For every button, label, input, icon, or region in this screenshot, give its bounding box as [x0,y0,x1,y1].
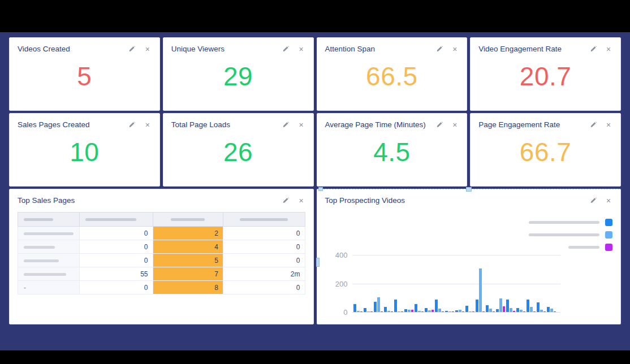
close-icon[interactable]: × [144,45,152,53]
edit-pencil-icon[interactable] [589,121,597,129]
panel-top-prospecting-videos: Top Prospecting Videos × [317,189,622,324]
bar-group [404,309,413,313]
bar [489,309,492,312]
legend-label-redacted [529,221,599,224]
bar [408,310,411,313]
close-icon[interactable]: × [451,45,459,53]
bar [360,311,363,312]
metric-value: 10 [18,129,152,179]
row-label-redacted [18,240,80,254]
bar [364,308,366,312]
metric-card-sales-pages-created: Sales Pages Created × 10 [9,113,160,187]
metric-value: 4.5 [325,129,459,179]
metric-value: 20.7 [478,54,612,103]
bar [493,311,495,312]
bar-group [547,307,556,312]
table-row: - 0 8 0 [18,281,305,294]
bar [401,311,403,312]
bar [377,297,380,312]
card-title: Total Page Loads [171,120,230,129]
edit-pencil-icon[interactable] [282,197,290,205]
bar-group [415,304,424,312]
legend-label-redacted [529,233,599,236]
bar-group [374,297,383,312]
bar [431,310,434,313]
bar-plot [353,253,562,312]
bar [462,311,464,312]
table-cell-highlighted: 5 [153,254,223,267]
dashboard-grid: Videos Created × 5 Unique Viewers × 29 A… [9,37,621,324]
metric-card-unique-viewers: Unique Viewers × 29 [163,37,314,111]
metric-card-page-engagement-rate: Page Engagement Rate × 66.7 [470,113,621,187]
close-icon[interactable]: × [297,121,305,129]
legend-swatch-magenta [605,244,612,251]
bar-group [394,300,403,313]
edit-pencil-icon[interactable] [435,121,443,129]
close-icon[interactable]: × [605,45,612,53]
card-title: Page Engagement Rate [478,120,560,129]
metric-card-attention-span: Attention Span × 66.5 [317,37,468,111]
edit-pencil-icon[interactable] [128,121,136,129]
metric-card-average-page-time: Average Page Time (Minutes) × 4.5 [317,113,468,187]
card-title: Average Page Time (Minutes) [325,120,426,129]
bar [472,311,474,312]
close-icon[interactable]: × [605,121,612,129]
table-cell-highlighted: 8 [153,281,223,294]
bar [523,311,525,312]
edit-pencil-icon[interactable] [589,197,597,205]
bar [482,311,485,313]
panel-title: Top Prospecting Videos [325,196,405,205]
bar [381,311,383,312]
table-cell-highlighted: 4 [153,240,223,254]
resize-handle-left[interactable] [316,258,320,267]
row-label: - [18,281,80,294]
bar [387,311,390,312]
bar [452,311,454,312]
legend-label-redacted [568,246,599,249]
bar [428,310,431,312]
bar [496,309,499,312]
edit-pencil-icon[interactable] [435,45,443,53]
bar-group [364,308,373,312]
close-icon[interactable]: × [297,197,305,205]
close-icon[interactable]: × [605,197,612,205]
close-icon[interactable]: × [451,121,459,129]
y-tick-label: 400 [323,251,348,259]
resize-handle-top-center[interactable] [466,187,472,192]
table-cell: 0 [223,240,305,254]
edit-pencil-icon[interactable] [128,45,136,53]
dashboard-canvas: Videos Created × 5 Unique Viewers × 29 A… [0,32,630,350]
card-title: Unique Viewers [171,45,225,54]
bar [442,311,444,312]
sales-pages-table: 0 2 0 0 4 0 0 5 0 [18,212,305,294]
bar-group [353,304,363,312]
bar [438,309,441,312]
row-label-redacted [18,267,80,281]
bar-group [425,308,434,312]
card-title: Attention Span [325,45,376,54]
row-label-redacted [18,227,80,240]
table-cell: 0 [80,254,153,267]
bar [476,300,478,313]
edit-pencil-icon[interactable] [282,121,290,129]
close-icon[interactable]: × [144,121,152,129]
table-cell-highlighted: 2 [153,227,223,240]
bar [550,309,553,312]
bar [486,305,489,312]
bar [543,311,546,312]
bar [370,311,373,312]
close-icon[interactable]: × [297,45,305,53]
bar-group [455,310,464,313]
bar [540,310,543,313]
bar [411,310,413,312]
table-header-row [18,213,305,227]
resize-handle-top-left[interactable] [318,187,323,191]
bar [398,311,400,313]
edit-pencil-icon[interactable] [282,45,290,53]
edit-pencil-icon[interactable] [589,45,597,53]
legend-swatch-lightblue [605,231,612,239]
y-tick-label: 200 [323,280,348,288]
column-header-redacted [223,213,305,227]
bar [435,300,438,313]
bar [357,311,360,312]
